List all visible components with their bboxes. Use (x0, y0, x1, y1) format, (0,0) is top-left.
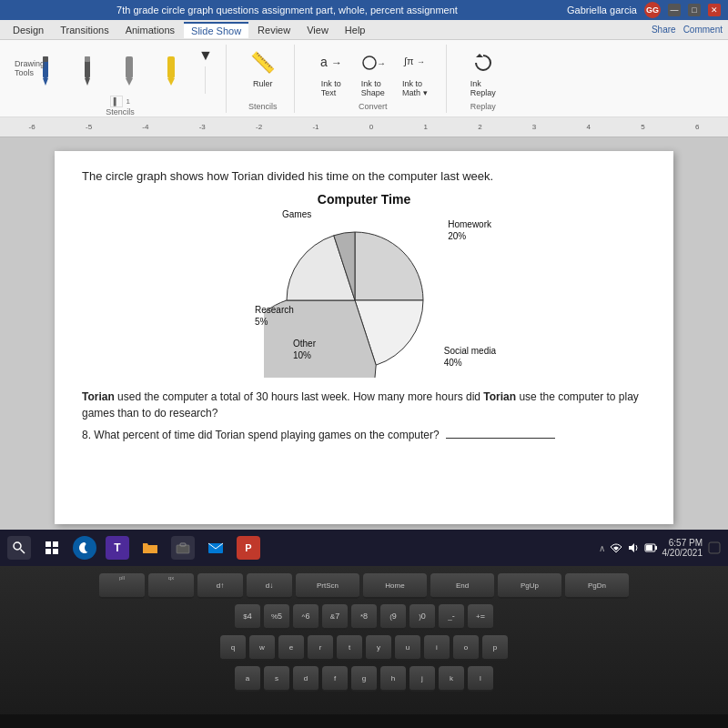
key-o[interactable]: o (453, 635, 479, 661)
minimize-button[interactable]: — (668, 4, 681, 16)
tab-slideshow[interactable]: Slide Show (184, 22, 248, 38)
key-underscore[interactable]: _- (439, 604, 464, 630)
question-text: Torian used the computer a total of 30 h… (82, 389, 646, 421)
convert-group: a → Ink toText → Ink toShape (313, 45, 447, 113)
key-k[interactable]: k (439, 666, 464, 692)
key-h[interactable]: h (380, 666, 406, 692)
tab-help[interactable]: Help (338, 23, 373, 37)
intro-text: The circle graph shows how Torian divide… (82, 169, 646, 183)
mail-icon[interactable] (204, 536, 228, 560)
key-e[interactable]: e (278, 635, 304, 661)
wifi-icon (610, 541, 622, 554)
key-lparen[interactable]: (9 (380, 604, 406, 630)
key-pgdn[interactable]: PgDn (565, 573, 629, 599)
windows-icon[interactable] (40, 536, 64, 560)
replay-group: InkReplay Replay (465, 45, 514, 113)
pie-container: Games Homework20% Social media40% Other1… (264, 214, 464, 378)
key-a[interactable]: a (235, 666, 260, 692)
time-display: 6:57 PM (662, 538, 703, 548)
notification-icon[interactable] (708, 541, 721, 554)
svg-marker-1 (43, 78, 48, 86)
svg-marker-4 (85, 78, 90, 86)
key-s[interactable]: s (264, 666, 289, 692)
key-home[interactable]: Home (363, 573, 427, 599)
stencils-group-label: Stencils (248, 102, 278, 113)
pen-btn-4[interactable] (153, 56, 189, 86)
replay-group-label: Replay (470, 102, 496, 113)
pen-label: 1 (126, 97, 130, 106)
ink-to-text-btn[interactable]: a → Ink toText (313, 48, 349, 97)
tab-view[interactable]: View (299, 23, 336, 37)
laptop-screen: 7th grade circle graph questions assignm… (0, 0, 728, 564)
key-p[interactable]: p (482, 635, 508, 661)
key-f[interactable]: f (322, 666, 348, 692)
briefcase-icon[interactable] (171, 536, 195, 560)
pen-btn-2[interactable] (69, 56, 106, 86)
key-u[interactable]: u (395, 635, 420, 661)
maximize-button[interactable]: □ (688, 4, 701, 16)
key-d-down[interactable]: d↓ (247, 573, 292, 599)
question-8: 8. What percent of time did Torian spend… (82, 429, 646, 441)
ruler-group: 📏 Ruler Stencils (245, 45, 295, 113)
ink-math-icon: ∫π → (402, 48, 428, 77)
key-r[interactable]: r (308, 635, 333, 661)
svg-text:→: → (377, 58, 386, 68)
ruler-btn[interactable]: 📏 Ruler (245, 48, 281, 88)
key-rparen[interactable]: )0 (410, 604, 435, 630)
tab-animations[interactable]: Animations (118, 23, 182, 37)
svg-rect-28 (655, 546, 657, 550)
svg-point-17 (14, 542, 21, 550)
tab-design[interactable]: Design (5, 23, 51, 37)
svg-rect-24 (180, 543, 186, 546)
pen-size-indicator[interactable]: ▌ (110, 96, 123, 107)
svg-marker-16 (476, 54, 483, 57)
key-j[interactable]: j (410, 666, 435, 692)
ink-to-shape-btn[interactable]: → Ink toShape (355, 48, 391, 97)
answer-line (446, 438, 555, 439)
key-y[interactable]: y (366, 635, 391, 661)
key-qx[interactable]: qx (148, 573, 194, 599)
key-end[interactable]: End (430, 573, 494, 599)
ruler-label: Ruler (253, 79, 273, 88)
key-t[interactable]: t (337, 635, 362, 661)
key-d[interactable]: d (293, 666, 318, 692)
key-w[interactable]: w (249, 635, 275, 661)
key-g[interactable]: g (351, 666, 377, 692)
search-icon-taskbar[interactable] (7, 536, 31, 560)
powerpoint-icon[interactable]: P (237, 536, 260, 560)
ink-replay-btn[interactable]: InkReplay (465, 48, 501, 97)
key-plus[interactable]: += (468, 604, 493, 630)
key-pgup[interactable]: PgUp (498, 573, 561, 599)
title-bar-right: Gabriella garcia GG — □ ✕ (567, 2, 721, 18)
key-dollar[interactable]: $4 (235, 604, 260, 630)
key-caret[interactable]: ^6 (293, 604, 318, 630)
share-button[interactable]: Share (652, 25, 676, 35)
taskbar-right: ∧ 6:57 PM 4/20/2021 (599, 538, 722, 558)
taskbar-left: T P (7, 536, 260, 560)
date-display: 4/20/2021 (662, 548, 703, 558)
folder-icon[interactable] (138, 536, 162, 560)
pen-btn-3[interactable] (111, 56, 147, 86)
key-amp[interactable]: &7 (322, 604, 348, 630)
close-button[interactable]: ✕ (708, 4, 721, 16)
key-q[interactable]: q (220, 635, 246, 661)
tab-review[interactable]: Review (250, 23, 298, 37)
tab-transitions[interactable]: Transitions (53, 23, 116, 37)
ink-to-math-btn[interactable]: ∫π → Ink toMath ▾ (397, 48, 433, 97)
ink-shape-icon: → (360, 48, 386, 77)
key-pll[interactable]: pll (99, 573, 145, 599)
key-l[interactable]: l (468, 666, 493, 692)
pen-items: ▼ (27, 48, 213, 94)
research-label: Research5% (255, 304, 294, 328)
svg-point-12 (363, 56, 376, 69)
drawing-tools-label: Drawing Tools (15, 59, 45, 77)
key-d-up[interactable]: d↑ (197, 573, 243, 599)
key-percent[interactable]: %5 (264, 604, 289, 630)
key-i[interactable]: i (424, 635, 450, 661)
comment-button[interactable]: Comment (683, 25, 723, 35)
teams-icon[interactable]: T (106, 536, 129, 560)
tray-chevron[interactable]: ∧ (599, 543, 605, 553)
key-star[interactable]: *8 (351, 604, 377, 630)
edge-icon[interactable] (73, 536, 96, 560)
key-prtscn[interactable]: PrtScn (296, 573, 359, 599)
